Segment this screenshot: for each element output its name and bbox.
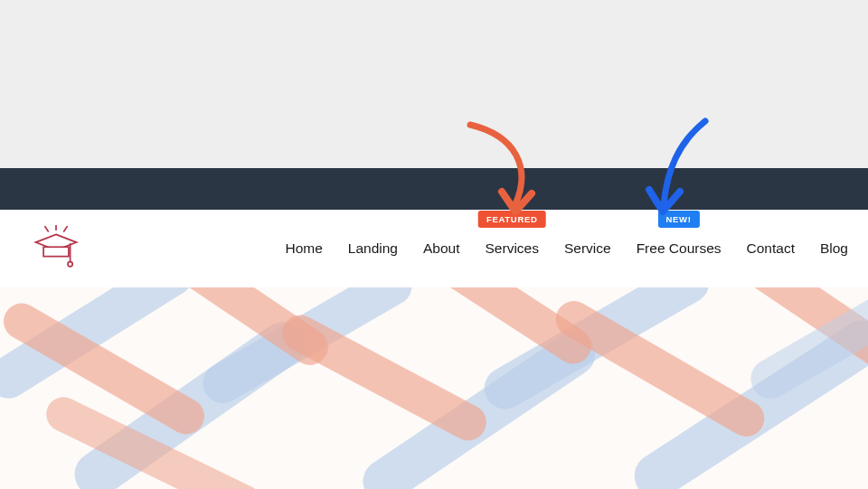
- svg-line-2: [64, 227, 67, 231]
- annotation-arrow-blue-icon: [633, 116, 723, 226]
- nav-label: Home: [285, 240, 322, 256]
- top-dark-bar: [0, 168, 868, 210]
- svg-rect-4: [43, 247, 69, 256]
- nav-item-free-courses[interactable]: NEW! Free Courses: [637, 240, 722, 257]
- nav-label: Contact: [747, 240, 795, 256]
- nav-item-contact[interactable]: Contact: [747, 240, 795, 257]
- nav-item-landing[interactable]: Landing: [348, 240, 398, 257]
- svg-line-0: [45, 227, 48, 231]
- svg-point-6: [68, 262, 72, 267]
- nav-item-services[interactable]: FEATURED Services: [486, 240, 539, 257]
- nav-label: Blog: [820, 240, 848, 256]
- nav-label: Service: [564, 240, 611, 256]
- nav-label: Services: [486, 240, 539, 256]
- site-logo-graduation-cap-icon[interactable]: [33, 225, 80, 272]
- page-top-blank: [0, 0, 868, 168]
- nav-item-service[interactable]: Service: [564, 240, 611, 257]
- nav-label: Landing: [348, 240, 398, 256]
- main-navigation-bar: Home Landing About FEATURED Services Ser…: [0, 210, 868, 287]
- primary-menu: Home Landing About FEATURED Services Ser…: [285, 210, 848, 287]
- nav-item-about[interactable]: About: [423, 240, 460, 257]
- nav-item-home[interactable]: Home: [285, 240, 322, 257]
- hero-painterly-background: [0, 287, 868, 489]
- nav-label: About: [423, 240, 460, 256]
- nav-label: Free Courses: [637, 240, 722, 256]
- nav-item-blog[interactable]: Blog: [820, 240, 848, 257]
- annotation-arrow-red-icon: [452, 118, 552, 226]
